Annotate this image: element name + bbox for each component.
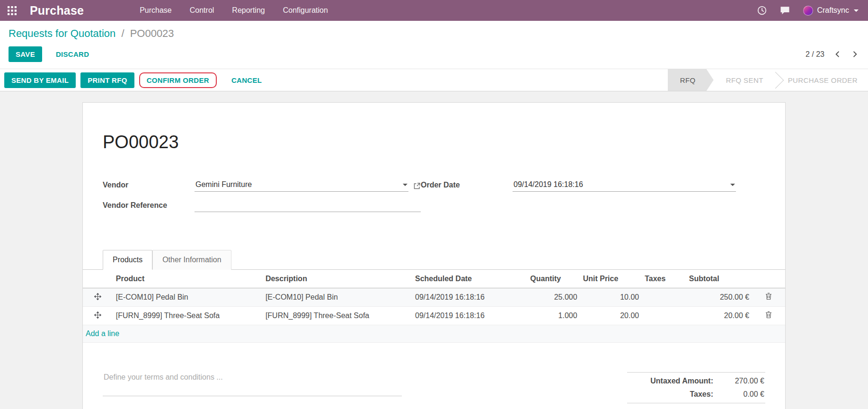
menu-reporting[interactable]: Reporting xyxy=(232,6,265,15)
pager-count[interactable]: 2 / 23 xyxy=(806,50,824,59)
notebook-tabs: Products Other Information xyxy=(83,250,785,270)
total-row: Total: 270.00 € xyxy=(627,403,765,409)
menu-control[interactable]: Control xyxy=(190,6,214,15)
cell-product[interactable]: [E-COM10] Pedal Bin xyxy=(113,288,263,307)
discard-button[interactable]: DISCARD xyxy=(49,46,96,62)
control-panel: Requests for Quotation / PO00023 SAVE DI… xyxy=(0,21,868,69)
add-a-line-link[interactable]: Add a line xyxy=(86,329,119,338)
cell-description[interactable]: [E-COM10] Pedal Bin xyxy=(263,288,412,307)
vendor-reference-input[interactable] xyxy=(195,200,421,212)
tab-other-information[interactable]: Other Information xyxy=(152,250,231,270)
drag-handle-icon[interactable] xyxy=(83,307,113,325)
activities-clock-icon[interactable] xyxy=(757,6,767,15)
cell-product[interactable]: [FURN_8999] Three-Seat Sofa xyxy=(113,307,263,325)
vendor-reference-field-row: Vendor Reference xyxy=(103,199,421,212)
column-subtotal: Subtotal xyxy=(686,270,752,288)
order-date-dropdown-caret-icon[interactable] xyxy=(730,184,735,186)
order-date-label: Order Date xyxy=(421,181,513,192)
purchase-app-window: Purchase Purchase Control Reporting Conf… xyxy=(0,0,868,409)
cell-scheduled-date[interactable]: 09/14/2019 16:18:16 xyxy=(412,288,527,307)
statusbar-states: RFQ RFQ SENT PURCHASE ORDER xyxy=(668,69,868,91)
column-product: Product xyxy=(113,270,263,288)
vendor-reference-label: Vendor Reference xyxy=(103,201,195,212)
cell-taxes[interactable] xyxy=(642,307,686,325)
state-purchase-order[interactable]: PURCHASE ORDER xyxy=(776,69,868,91)
handle-column-header xyxy=(83,270,113,288)
column-scheduled-date: Scheduled Date xyxy=(412,270,527,288)
record-title: PO00023 xyxy=(103,132,765,152)
untaxed-amount-label: Untaxed Amount: xyxy=(628,377,721,385)
order-date-input[interactable]: 09/14/2019 16:18:16 xyxy=(513,179,736,192)
app-name[interactable]: Purchase xyxy=(30,4,84,18)
print-rfq-button[interactable]: PRINT RFQ xyxy=(80,72,134,88)
vendor-value: Gemini Furniture xyxy=(195,180,400,189)
order-date-field-row: Order Date 09/14/2019 16:18:16 xyxy=(421,179,736,192)
breadcrumb-current: PO00023 xyxy=(130,27,174,39)
confirm-order-button[interactable]: CONFIRM ORDER xyxy=(139,72,217,88)
untaxed-amount-row: Untaxed Amount: 270.00 € xyxy=(627,374,765,388)
user-menu[interactable]: Craftsync xyxy=(803,6,859,16)
save-button[interactable]: SAVE xyxy=(9,46,42,62)
menu-configuration[interactable]: Configuration xyxy=(283,6,328,15)
order-lines-table: Product Description Scheduled Date Quant… xyxy=(83,270,785,343)
cell-unit-price[interactable]: 20.00 xyxy=(580,307,642,325)
terms-and-conditions-input[interactable]: Define your terms and conditions ... xyxy=(103,372,402,396)
apps-grid-icon[interactable] xyxy=(8,6,17,15)
state-rfq[interactable]: RFQ xyxy=(668,69,714,91)
cell-subtotal: 250.00 € xyxy=(686,288,752,307)
add-line-row: Add a line xyxy=(83,325,785,343)
column-quantity: Quantity xyxy=(527,270,580,288)
cell-taxes[interactable] xyxy=(642,288,686,307)
order-date-value: 09/14/2019 16:18:16 xyxy=(514,180,727,189)
user-avatar xyxy=(803,6,813,16)
form-fields: Vendor Gemini Furniture xyxy=(103,179,765,220)
statusbar: SEND BY EMAIL PRINT RFQ CONFIRM ORDER CA… xyxy=(0,69,868,91)
main-menu: Purchase Control Reporting Configuration xyxy=(140,6,328,15)
top-navbar: Purchase Purchase Control Reporting Conf… xyxy=(0,0,868,21)
pager-next-icon[interactable] xyxy=(851,51,859,58)
cell-unit-price[interactable]: 10.00 xyxy=(580,288,642,307)
messages-icon[interactable] xyxy=(780,6,790,15)
pager: 2 / 23 xyxy=(806,50,859,59)
column-unit-price: Unit Price xyxy=(580,270,642,288)
navbar-systray: Craftsync xyxy=(757,6,859,16)
breadcrumb-parent-link[interactable]: Requests for Quotation xyxy=(9,27,115,39)
taxes-row: Taxes: 0.00 € xyxy=(627,388,765,401)
breadcrumb-separator: / xyxy=(121,27,124,39)
column-taxes: Taxes xyxy=(642,270,686,288)
cell-quantity[interactable]: 25.000 xyxy=(527,288,580,307)
vendor-input[interactable]: Gemini Furniture xyxy=(195,179,408,192)
column-description: Description xyxy=(263,270,412,288)
table-row: [FURN_8999] Three-Seat Sofa [FURN_8999] … xyxy=(83,307,785,325)
chevron-down-icon xyxy=(854,9,859,12)
tab-products[interactable]: Products xyxy=(103,250,152,270)
cancel-button[interactable]: CANCEL xyxy=(224,72,269,88)
state-rfq-sent[interactable]: RFQ SENT xyxy=(714,69,776,91)
totals-summary: Untaxed Amount: 270.00 € Taxes: 0.00 € T… xyxy=(627,372,765,409)
drag-handle-icon[interactable] xyxy=(83,288,113,307)
cell-subtotal: 20.00 € xyxy=(686,307,752,325)
cell-scheduled-date[interactable]: 09/14/2019 16:18:16 xyxy=(412,307,527,325)
cell-description[interactable]: [FURN_8999] Three-Seat Sofa xyxy=(263,307,412,325)
pager-previous-icon[interactable] xyxy=(834,51,841,58)
form-view-background: PO00023 Vendor Gemini Furniture xyxy=(0,91,868,409)
menu-purchase[interactable]: Purchase xyxy=(140,6,172,15)
table-row: [E-COM10] Pedal Bin [E-COM10] Pedal Bin … xyxy=(83,288,785,307)
vendor-label: Vendor xyxy=(103,181,195,192)
delete-column-header xyxy=(752,270,785,288)
notebook: Products Other Information Product Descr… xyxy=(83,250,785,343)
cell-quantity[interactable]: 1.000 xyxy=(527,307,580,325)
taxes-value: 0.00 € xyxy=(721,390,764,399)
form-actions-row: SAVE DISCARD 2 / 23 xyxy=(9,46,859,62)
breadcrumb: Requests for Quotation / PO00023 xyxy=(9,27,859,40)
vendor-external-link-icon[interactable] xyxy=(413,182,421,192)
taxes-label: Taxes: xyxy=(628,390,721,399)
delete-row-icon[interactable] xyxy=(752,307,785,325)
delete-row-icon[interactable] xyxy=(752,288,785,307)
sheet-bottom: Define your terms and conditions ... Unt… xyxy=(103,372,765,409)
untaxed-amount-value: 270.00 € xyxy=(721,377,764,385)
form-sheet: PO00023 Vendor Gemini Furniture xyxy=(82,102,786,409)
send-by-email-button[interactable]: SEND BY EMAIL xyxy=(4,72,76,88)
vendor-dropdown-caret-icon[interactable] xyxy=(403,184,407,186)
table-header-row: Product Description Scheduled Date Quant… xyxy=(83,270,785,288)
